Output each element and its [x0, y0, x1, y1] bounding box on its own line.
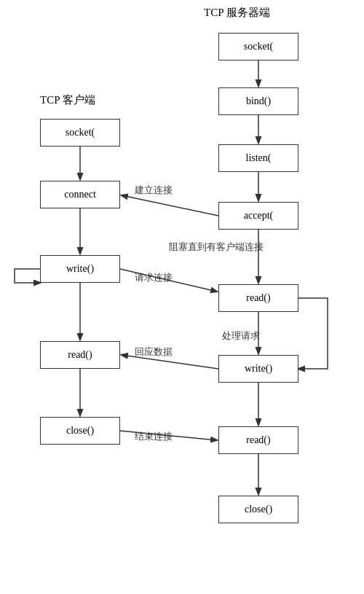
label-process: 处理请求: [222, 329, 260, 343]
client-connect-box: connect: [40, 181, 120, 208]
client-close-box: close(): [40, 417, 120, 445]
diagram: TCP 服务器端 TCP 客户端: [0, 0, 364, 594]
client-read-box: read(): [40, 341, 120, 369]
client-label: TCP 客户端: [40, 93, 95, 107]
server-read2-box: read(): [218, 426, 298, 454]
server-accept-box: accept(: [218, 202, 298, 230]
label-end: 结束连接: [135, 430, 173, 443]
label-request: 请求连接: [135, 271, 173, 284]
server-socket-box: socket(: [218, 33, 298, 60]
label-establish: 建立连接: [135, 184, 173, 197]
server-close-box: close(): [218, 496, 298, 523]
client-write-box: write(): [40, 255, 120, 283]
server-label: TCP 服务器端: [204, 6, 270, 20]
server-write-box: write(): [218, 355, 298, 383]
server-listen-box: listen(: [218, 144, 298, 172]
arrows-svg: [0, 0, 364, 594]
label-block: 阻塞直到有客户端连接: [169, 241, 264, 254]
label-response: 回应数据: [135, 345, 173, 359]
client-socket-box: socket(: [40, 119, 120, 146]
svg-line-11: [122, 195, 218, 216]
server-read1-box: read(): [218, 284, 298, 312]
server-bind-box: bind(): [218, 87, 298, 115]
